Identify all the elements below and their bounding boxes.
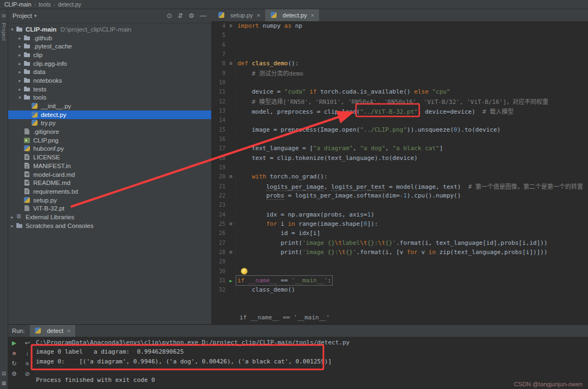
settings-icon[interactable]: ⚙	[188, 12, 194, 20]
tree-item-data[interactable]: ▸data	[8, 67, 211, 76]
tree-item-try-py[interactable]: try.py	[8, 119, 211, 128]
tree-item-notebooks[interactable]: ▸notebooks	[8, 76, 211, 85]
chevron-right-icon[interactable]: ▸	[16, 78, 23, 83]
stop-icon[interactable]: ■	[13, 350, 16, 356]
code-line[interactable]: 7	[211, 50, 588, 59]
code-line[interactable]: 5	[211, 30, 588, 40]
console-output[interactable]: C:\ProgramData\Anaconda3\envs\clip\pytho…	[35, 338, 588, 389]
code-line[interactable]: 28⊟ print('image {}:\t{}'.format(i, [v f…	[211, 248, 588, 257]
chevron-right-icon[interactable]: ▸	[9, 214, 16, 220]
code-line[interactable]: 8⊟def class_demo():	[211, 59, 588, 68]
structure-stripe-icon[interactable]: ▤	[2, 371, 7, 376]
tree-item-license[interactable]: LICENSE	[8, 153, 211, 162]
run-line-icon[interactable]: ▶	[226, 278, 235, 283]
code-line[interactable]: 26 id = idx[i]	[211, 229, 588, 238]
fold-icon[interactable]: ⊟	[226, 221, 235, 226]
hide-panel-icon[interactable]: —	[200, 12, 206, 20]
chevron-right-icon[interactable]: ▸	[16, 87, 23, 92]
favorites-stripe-icon[interactable]: ▦	[2, 380, 7, 386]
fold-icon[interactable]: ⊟	[226, 250, 235, 255]
code-line[interactable]: 22 probs = logits_per_image.softmax(dim=…	[211, 191, 588, 200]
code-line[interactable]: 21 logits_per_image, logits_per_text = m…	[211, 182, 588, 191]
tree-item-scratches-and-consoles[interactable]: ▸Scratches and Consoles	[8, 221, 211, 230]
chevron-down-icon[interactable]: ▾	[16, 95, 23, 100]
project-panel-title[interactable]: Project	[13, 13, 32, 19]
chevron-right-icon[interactable]: ▸	[16, 44, 23, 49]
collapse-all-icon[interactable]: ⇵	[177, 12, 183, 20]
code-line[interactable]: 15 image = preprocess(Image.open("../CLI…	[211, 125, 588, 134]
breadcrumb-item-clip-main[interactable]: CLIP-main	[4, 1, 32, 8]
code-line[interactable]: 29	[211, 257, 588, 266]
code-line[interactable]: 6	[211, 40, 588, 50]
intention-bulb-icon[interactable]	[241, 268, 248, 275]
run-tab-detect[interactable]: detect ×	[30, 325, 75, 337]
code-line[interactable]: 4⊟import numpy as np	[211, 21, 588, 30]
run-settings-icon[interactable]: ⚙	[11, 371, 17, 377]
code-line[interactable]: 19	[211, 163, 588, 172]
project-stripe-label[interactable]: Project	[1, 23, 7, 41]
tree-item-clip[interactable]: ▸clip	[8, 51, 211, 59]
code-line[interactable]: 20⊟ with torch.no_grad():	[211, 172, 588, 181]
code-line[interactable]: 12 # 模型选择['RN50', 'RN101', 'RN50x4', 'RN…	[211, 97, 588, 106]
chevron-right-icon[interactable]: ▸	[16, 35, 23, 41]
tree-item-setup-py[interactable]: setup.py	[8, 196, 211, 205]
tree-item-gitignore[interactable]: .gitignore	[8, 127, 211, 136]
close-tab-icon[interactable]: ×	[311, 12, 314, 18]
chevron-down-icon[interactable]: ▾	[34, 13, 37, 18]
code-line[interactable]: 14	[211, 115, 588, 125]
code-line[interactable]: 16	[211, 134, 588, 144]
code-line[interactable]: 31▶if __name__ == '__main__':	[211, 276, 588, 285]
code-area[interactable]: 4⊟import numpy as np5678⊟def class_demo(…	[211, 21, 588, 324]
code-line[interactable]: 23	[211, 200, 588, 209]
code-line[interactable]: 11 device = "cuda" if torch.cuda.is_avai…	[211, 87, 588, 96]
code-line[interactable]: 10	[211, 78, 588, 87]
soft-wrap-icon[interactable]: ↩	[24, 340, 29, 346]
code-line[interactable]: 17 text_language = ["a diagram", "a dog"…	[211, 144, 588, 153]
tab-setup-py[interactable]: setup.py×	[213, 9, 265, 21]
tree-item-requirements-txt[interactable]: requirements.txt	[8, 187, 211, 196]
chevron-right-icon[interactable]: ▸	[16, 61, 23, 66]
tree-item-external-libraries[interactable]: ▸External Libraries	[8, 213, 211, 221]
chevron-right-icon[interactable]: ▸	[16, 52, 23, 58]
tree-item-clip-png[interactable]: CLIP.png	[8, 136, 211, 145]
tree-item-model-card-md[interactable]: model-card.md	[8, 170, 211, 179]
fold-icon[interactable]: ⊟	[226, 174, 235, 179]
restart-icon[interactable]: ↻	[11, 361, 16, 367]
tree-item-clip-egg-info[interactable]: ▸clip.egg-info	[8, 59, 211, 68]
scroll-to-end-icon[interactable]: ↓	[26, 350, 29, 356]
close-tab-icon[interactable]: ×	[257, 12, 260, 18]
code-line[interactable]: 24 idx = np.argmax(probs, axis=1)	[211, 210, 588, 219]
tree-item-tests[interactable]: ▸tests	[8, 85, 211, 94]
code-line[interactable]: 25⊟ for i in range(image.shape[0]):	[211, 219, 588, 229]
tree-item-tools[interactable]: ▾tools	[8, 94, 211, 102]
chevron-down-icon[interactable]: ▾	[9, 27, 16, 32]
code-line[interactable]: 18 text = clip.tokenize(text_language).t…	[211, 153, 588, 163]
tree-item-hubconf-py[interactable]: hubconf.py	[8, 145, 211, 153]
chevron-right-icon[interactable]: ▸	[16, 69, 23, 75]
tree-item-github[interactable]: ▸.github	[8, 34, 211, 42]
code-line[interactable]: 32 class_demo()	[211, 285, 588, 294]
project-stripe-icon[interactable]: ▤	[0, 13, 8, 18]
print-console-icon[interactable]: ≡	[26, 361, 29, 367]
clear-console-icon[interactable]: ⊘	[24, 371, 29, 377]
tab-detect-py[interactable]: detect.py×	[265, 9, 319, 21]
chevron-right-icon[interactable]: ▸	[9, 223, 16, 229]
tree-item-init-py[interactable]: __init__.py	[8, 102, 211, 110]
fold-icon[interactable]: ⊟	[226, 23, 235, 28]
breadcrumb-item-detect-py[interactable]: detect.py	[58, 1, 81, 8]
breadcrumb-item-tools[interactable]: tools	[39, 1, 51, 8]
fold-icon[interactable]: ⊟	[226, 61, 235, 66]
code-line[interactable]: 27 print('image {}\tlabel\t{}:\t{}'.form…	[211, 238, 588, 248]
tree-item-detect-py[interactable]: detect.py	[8, 110, 211, 119]
code-line[interactable]: 30	[211, 267, 588, 276]
rerun-icon[interactable]: ▶	[12, 340, 16, 346]
close-run-tab-icon[interactable]: ×	[67, 328, 70, 334]
tree-item-clip-main[interactable]: ▾CLIP-mainD:\project_clip\CLIP-main	[8, 25, 211, 34]
code-line[interactable]: 9 # 测试分类的demo	[211, 69, 588, 78]
tree-item-manifest-in[interactable]: MANIFEST.in	[8, 162, 211, 170]
code-line[interactable]: 13 model, preprocess = clip.load("../ViT…	[211, 106, 588, 115]
tree-item-pytest-cache[interactable]: ▸.pytest_cache	[8, 42, 211, 51]
locate-file-icon[interactable]: ⊙	[167, 12, 172, 20]
tree-item-readme-md[interactable]: README.md	[8, 178, 211, 187]
tree-item-vit-b-32-pt[interactable]: ViT-B-32.pt	[8, 204, 211, 213]
